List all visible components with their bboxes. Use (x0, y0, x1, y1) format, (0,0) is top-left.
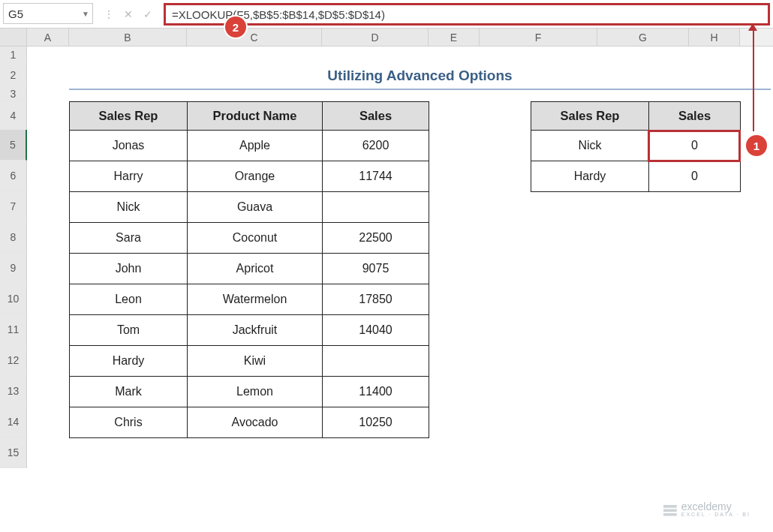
cell[interactable]: Harry (70, 161, 188, 192)
col-G[interactable]: G (597, 29, 689, 46)
col-F[interactable]: F (480, 29, 597, 46)
cancel-icon[interactable]: ✕ (122, 8, 134, 20)
enter-icon[interactable]: ✓ (142, 8, 154, 20)
cell[interactable]: Tom (70, 315, 188, 346)
table-row: HardyKiwi (70, 346, 429, 377)
main-table: Sales Rep Product Name Sales JonasApple6… (69, 101, 429, 438)
row-6[interactable]: 6 (0, 161, 27, 191)
grid: 1 2 3 4 5 6 7 8 9 10 11 12 13 14 15 Util… (0, 47, 773, 468)
cell[interactable]: 22500 (323, 223, 429, 254)
col-H[interactable]: H (689, 29, 740, 46)
main-header-prod: Product Name (188, 102, 323, 131)
page-title: Utilizing Advanced Options (69, 65, 771, 87)
table-row: Hardy0 (531, 161, 741, 192)
row-2[interactable]: 2 (0, 63, 27, 87)
arrow-line (753, 30, 754, 131)
row-headers: 1 2 3 4 5 6 7 8 9 10 11 12 13 14 15 (0, 47, 27, 468)
watermark-logo-icon (663, 503, 677, 516)
cell[interactable]: Hardy (531, 161, 649, 192)
cell[interactable] (323, 346, 429, 377)
col-D[interactable]: D (322, 29, 429, 46)
watermark-text: exceldemy EXCEL · DATA · BI (681, 501, 750, 517)
arrow-head-icon (748, 23, 757, 31)
cell[interactable] (323, 192, 429, 223)
formula-bar: G5 ▼ ⋮ ✕ ✓ =XLOOKUP(F5,$B$5:$B$14,$D$5:$… (0, 0, 773, 29)
chevron-down-icon[interactable]: ▼ (82, 10, 89, 18)
select-all-corner[interactable] (0, 29, 27, 46)
row-3[interactable]: 3 (0, 87, 27, 101)
row-11[interactable]: 11 (0, 314, 27, 345)
table-row: MarkLemon11400 (70, 377, 429, 407)
cell[interactable]: Leon (70, 284, 188, 315)
cell[interactable]: 14040 (323, 315, 429, 346)
row-9[interactable]: 9 (0, 253, 27, 284)
col-A[interactable]: A (27, 29, 69, 46)
cell[interactable]: 11400 (323, 377, 429, 407)
watermark: exceldemy EXCEL · DATA · BI (663, 501, 750, 517)
table-row: TomJackfruit14040 (70, 315, 429, 346)
col-E[interactable]: E (429, 29, 480, 46)
row-8[interactable]: 8 (0, 222, 27, 253)
formula-input[interactable]: =XLOOKUP(F5,$B$5:$B$14,$D$5:$D$14) (164, 3, 770, 26)
cell[interactable]: 11744 (323, 161, 429, 192)
col-C[interactable]: C (187, 29, 322, 46)
table-row: SaraCoconut22500 (70, 223, 429, 254)
column-headers: A B C D E F G H (0, 29, 773, 47)
cell[interactable]: Avocado (188, 407, 323, 438)
cell[interactable]: Mark (70, 377, 188, 407)
col-B[interactable]: B (69, 29, 187, 46)
row-15[interactable]: 15 (0, 437, 27, 468)
row-5[interactable]: 5 (0, 130, 27, 161)
main-header-rep: Sales Rep (70, 102, 188, 131)
row-7[interactable]: 7 (0, 191, 27, 222)
cell[interactable]: Apple (188, 131, 323, 161)
cell[interactable]: 6200 (323, 131, 429, 161)
cell[interactable]: Jonas (70, 131, 188, 161)
divider-icon: ⋮ (103, 8, 115, 20)
table-row: HarryOrange11744 (70, 161, 429, 192)
table-row: Nick0 (531, 131, 741, 161)
cell[interactable]: Coconut (188, 223, 323, 254)
cell[interactable]: 9075 (323, 254, 429, 284)
title-underline (69, 89, 771, 90)
side-header-rep: Sales Rep (531, 102, 649, 131)
callout-1: 1 (746, 135, 767, 156)
cell[interactable]: 0 (649, 161, 741, 192)
side-table: Sales Rep Sales Nick0 Hardy0 (531, 101, 741, 192)
row-1[interactable]: 1 (0, 47, 27, 63)
cell[interactable]: Guava (188, 192, 323, 223)
cell[interactable]: Kiwi (188, 346, 323, 377)
cell[interactable]: Watermelon (188, 284, 323, 315)
cells-area[interactable]: Utilizing Advanced Options Sales Rep Pro… (27, 47, 773, 468)
side-header-sales: Sales (649, 102, 741, 131)
cell[interactable]: Apricot (188, 254, 323, 284)
cell[interactable]: Sara (70, 223, 188, 254)
cell[interactable]: 10250 (323, 407, 429, 438)
callout-2: 2 (225, 17, 246, 38)
table-row: JohnApricot9075 (70, 254, 429, 284)
row-4[interactable]: 4 (0, 101, 27, 130)
formula-bar-buttons: ⋮ ✕ ✓ (98, 3, 159, 25)
row-12[interactable]: 12 (0, 345, 27, 376)
table-row: NickGuava (70, 192, 429, 223)
main-header-sales: Sales (323, 102, 429, 131)
cell[interactable]: Orange (188, 161, 323, 192)
cell[interactable]: Jackfruit (188, 315, 323, 346)
formula-text: =XLOOKUP(F5,$B$5:$B$14,$D$5:$D$14) (172, 8, 385, 21)
table-row: JonasApple6200 (70, 131, 429, 161)
cell-G5[interactable]: 0 (649, 131, 741, 161)
name-box-value: G5 (8, 8, 23, 20)
table-row: LeonWatermelon17850 (70, 284, 429, 315)
cell[interactable]: Chris (70, 407, 188, 438)
cell[interactable]: Nick (70, 192, 188, 223)
table-row: ChrisAvocado10250 (70, 407, 429, 438)
cell[interactable]: Lemon (188, 377, 323, 407)
row-13[interactable]: 13 (0, 376, 27, 407)
cell[interactable]: 17850 (323, 284, 429, 315)
cell[interactable]: Nick (531, 131, 649, 161)
row-10[interactable]: 10 (0, 284, 27, 314)
name-box[interactable]: G5 ▼ (3, 3, 93, 24)
cell[interactable]: John (70, 254, 188, 284)
row-14[interactable]: 14 (0, 407, 27, 437)
cell[interactable]: Hardy (70, 346, 188, 377)
